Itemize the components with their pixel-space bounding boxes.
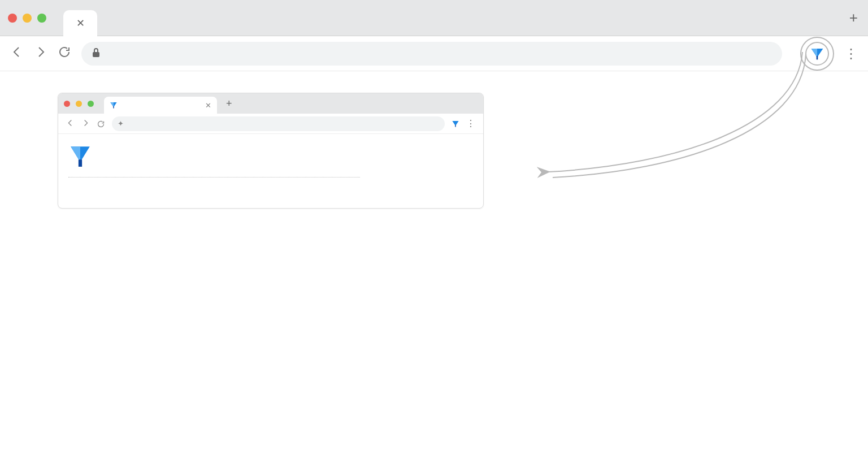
window-controls xyxy=(8,14,46,23)
outer-tabstrip: ✕ + xyxy=(0,0,868,36)
svg-rect-4 xyxy=(79,159,82,167)
svg-rect-3 xyxy=(455,125,455,127)
address-bar[interactable] xyxy=(81,42,782,66)
onetab-icon xyxy=(110,101,118,109)
new-tab-button[interactable]: + xyxy=(849,9,858,27)
promo-panel xyxy=(523,156,834,179)
minimize-window-icon[interactable] xyxy=(23,14,32,23)
forward-button[interactable] xyxy=(81,119,90,129)
close-tab-icon[interactable]: ✕ xyxy=(205,101,211,110)
reload-button[interactable] xyxy=(58,45,71,62)
back-button[interactable] xyxy=(66,119,75,129)
inner-browser-screenshot: ✕ + ✦ ⋮ xyxy=(58,93,484,209)
onetab-side-menu xyxy=(360,144,473,196)
onetab-logo-icon xyxy=(68,144,92,170)
inner-toolbar: ✦ ⋮ xyxy=(58,114,483,134)
new-tab-button[interactable]: + xyxy=(226,98,232,110)
extension-icon: ✦ xyxy=(118,119,124,128)
forward-button[interactable] xyxy=(34,45,47,62)
close-window-icon[interactable] xyxy=(64,101,70,107)
divider xyxy=(68,177,360,178)
inner-address-bar[interactable]: ✦ xyxy=(112,116,445,131)
svg-rect-2 xyxy=(113,106,114,109)
outer-browser-chrome: ✕ + ⋮ xyxy=(0,0,868,71)
reload-button[interactable] xyxy=(97,116,105,132)
onetab-extension-button[interactable] xyxy=(805,42,829,66)
inner-active-tab[interactable]: ✕ xyxy=(104,97,217,114)
onetab-header xyxy=(68,144,360,170)
browser-menu-button[interactable]: ⋮ xyxy=(466,118,475,129)
inner-tabstrip: ✕ + xyxy=(58,93,483,114)
svg-rect-0 xyxy=(93,52,99,57)
close-window-icon[interactable] xyxy=(8,14,17,23)
active-tab[interactable]: ✕ xyxy=(63,10,97,36)
back-button[interactable] xyxy=(10,45,24,62)
page-content: ✕ + ✦ ⋮ xyxy=(0,71,868,209)
close-tab-icon[interactable]: ✕ xyxy=(76,17,85,29)
maximize-window-icon[interactable] xyxy=(37,14,46,23)
onetab-extension-button-highlight xyxy=(800,37,834,71)
onetab-icon xyxy=(810,46,824,61)
maximize-window-icon[interactable] xyxy=(88,101,94,107)
minimize-window-icon[interactable] xyxy=(76,101,82,107)
outer-toolbar: ⋮ xyxy=(0,36,868,71)
inner-window-controls xyxy=(64,101,94,107)
lock-icon xyxy=(92,47,101,60)
onetab-extension-button[interactable] xyxy=(452,120,459,128)
svg-rect-1 xyxy=(817,55,818,59)
browser-menu-button[interactable]: ⋮ xyxy=(844,46,858,62)
onetab-app-body xyxy=(58,134,483,208)
